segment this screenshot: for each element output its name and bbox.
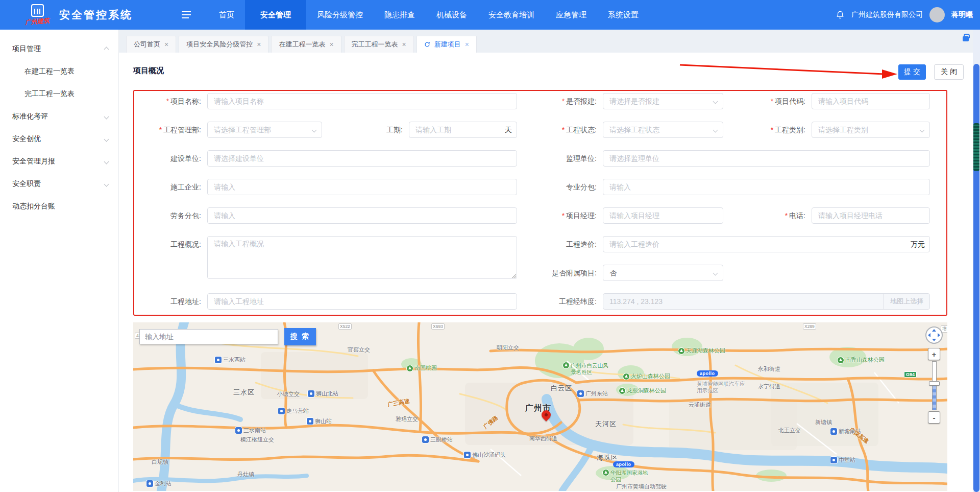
- chevron-up-icon: [104, 46, 109, 52]
- tab-close-icon[interactable]: ×: [164, 41, 168, 48]
- zoom-in-button[interactable]: +: [928, 348, 940, 360]
- form-row: 工程概况: 工程造价: 万元 是否附属项目: 否: [134, 236, 946, 281]
- professional-subcontract-label: 专业分包:: [517, 179, 597, 195]
- map-label-南国桃园: 南国桃园: [407, 364, 437, 372]
- map-label-text: 永和街道: [758, 365, 780, 373]
- lock-icon[interactable]: [963, 36, 969, 41]
- username[interactable]: 蒋明曦: [951, 10, 973, 19]
- map-label-白坭镇: 白坭镇: [152, 458, 168, 466]
- notification-bell-icon[interactable]: [836, 10, 845, 19]
- map-search-input[interactable]: [139, 329, 278, 344]
- sidebar-item-安全管理月报[interactable]: 安全管理月报: [0, 150, 118, 173]
- coordinates-input[interactable]: [603, 294, 884, 309]
- sidebar-item-标准化考评[interactable]: 标准化考评: [0, 105, 118, 128]
- metro-station-icon: [830, 428, 837, 435]
- nav-item-应急管理[interactable]: 应急管理: [545, 0, 597, 30]
- zoom-slider-track[interactable]: [932, 361, 937, 410]
- tab-公司首页[interactable]: 公司首页×: [126, 36, 176, 53]
- nav-item-安全管理[interactable]: 安全管理: [245, 0, 306, 30]
- avatar[interactable]: [929, 7, 945, 22]
- tab-新建项目[interactable]: 新建项目×: [416, 36, 477, 53]
- nav-item-风险分级管控[interactable]: 风险分级管控: [306, 0, 374, 30]
- nav-item-安全教育培训[interactable]: 安全教育培训: [478, 0, 545, 30]
- map-label-火炉山森林公园: 火炉山森林公园: [623, 372, 670, 380]
- tab-完工工程一览表[interactable]: 完工工程一览表×: [344, 36, 414, 53]
- map-label-text: 永宁街道: [758, 383, 780, 390]
- map-pan-control[interactable]: [925, 326, 943, 344]
- top-navbar: 广州建筑 安全管控系统 首页安全管理风险分级管控隐患排查机械设备安全教育培训应急…: [0, 0, 980, 30]
- chevron-down-icon: [104, 159, 109, 164]
- project-address-input[interactable]: [207, 293, 517, 310]
- close-button[interactable]: 关 闭: [934, 64, 964, 80]
- map-label-金利站: 金利站: [146, 480, 172, 487]
- map-label-广州市白云山风景名胜区: 广州市白云山风景名胜区: [563, 362, 612, 376]
- sidebar-collapse-button[interactable]: [182, 0, 191, 30]
- submit-button[interactable]: 提 交: [898, 64, 926, 80]
- is-attached-select[interactable]: 否: [603, 265, 723, 281]
- form-row: 施工企业: 专业分包:: [134, 179, 946, 195]
- pick-on-map-button[interactable]: 地图上选择: [884, 294, 929, 309]
- construction-unit-input[interactable]: [207, 150, 517, 167]
- map-label-白云区: 白云区: [551, 384, 572, 393]
- tab-list: 公司首页×项目安全风险分级管控×在建工程一览表×完工工程一览表×新建项目×: [126, 36, 479, 53]
- tab-close-icon[interactable]: ×: [329, 41, 333, 48]
- management-dept-select[interactable]: 请选择工程管理部: [207, 122, 322, 138]
- park-icon: [678, 348, 684, 354]
- nav-item-首页[interactable]: 首页: [208, 0, 245, 30]
- map-label-永和街道: 永和街道: [758, 365, 780, 373]
- management-dept-label: 工程管理部:: [134, 122, 201, 138]
- map-label-text: 三水南站: [243, 427, 266, 434]
- hamburger-icon: [182, 14, 191, 15]
- construction-company-input[interactable]: [207, 179, 517, 195]
- tab-close-icon[interactable]: ×: [257, 41, 261, 48]
- form-row: 劳务分包: 项目经理: 电话:: [134, 207, 946, 224]
- sidebar-item-安全职责[interactable]: 安全职责: [0, 173, 118, 195]
- park-icon: [603, 470, 609, 476]
- map-label-南华西街道: 南华西街道: [529, 435, 557, 442]
- sidebar-item-在建工程一览表[interactable]: 在建工程一览表: [0, 60, 118, 83]
- project-name-input[interactable]: [207, 93, 517, 109]
- project-overview-textarea[interactable]: [207, 236, 517, 279]
- project-manager-input[interactable]: [603, 207, 723, 224]
- tab-在建工程一览表[interactable]: 在建工程一览表×: [271, 36, 341, 53]
- nav-item-系统设置[interactable]: 系统设置: [597, 0, 649, 30]
- zoom-slider-thumb[interactable]: [929, 381, 940, 386]
- duration-input[interactable]: [409, 122, 517, 138]
- labor-subcontract-input[interactable]: [207, 207, 517, 224]
- metro-station-icon: [464, 452, 471, 458]
- project-status-select[interactable]: 请选择工程状态: [603, 122, 723, 138]
- map-label-南香山森林公园: 南香山森林公园: [838, 356, 885, 364]
- map-canvas[interactable]: 广州市白云区天河区海珠区三水区三水西站狮山北站走马营站狮山站三水南站金利站三眼桥…: [133, 322, 947, 491]
- map-label-text: 新塘镇: [815, 418, 832, 426]
- is-reported-select[interactable]: 请选择是否报建: [603, 93, 723, 109]
- sidebar-item-label: 安全职责: [12, 179, 41, 189]
- zoom-out-button[interactable]: -: [928, 411, 940, 424]
- project-cost-input[interactable]: [603, 236, 930, 252]
- nav-item-隐患排查[interactable]: 隐患排查: [374, 0, 426, 30]
- tab-label: 项目安全风险分级管控: [186, 40, 253, 49]
- professional-subcontract-input[interactable]: [603, 179, 930, 195]
- sidebar-item-label: 项目管理: [12, 44, 41, 54]
- tab-close-icon[interactable]: ×: [465, 41, 469, 48]
- chevron-down-icon: [920, 128, 925, 133]
- sidebar-item-动态扣分台账[interactable]: 动态扣分台账: [0, 195, 118, 218]
- phone-input[interactable]: [812, 207, 930, 224]
- refresh-icon: [424, 41, 430, 48]
- map-label-apollo: apollo: [697, 370, 718, 377]
- map-label-华阳湖国家湿地公园: 华阳湖国家湿地公园: [603, 470, 652, 483]
- project-code-input[interactable]: [812, 93, 930, 109]
- project-cost-label: 工程造价:: [517, 236, 597, 252]
- tab-label: 公司首页: [134, 40, 160, 49]
- tab-close-icon[interactable]: ×: [402, 41, 406, 48]
- supervision-unit-input[interactable]: [603, 150, 930, 167]
- nav-item-机械设备[interactable]: 机械设备: [426, 0, 478, 30]
- sidebar-item-完工工程一览表[interactable]: 完工工程一览表: [0, 83, 118, 105]
- map-label-apollo: apollo: [613, 461, 634, 467]
- sidebar-item-安全创优[interactable]: 安全创优: [0, 128, 118, 150]
- map-label-text: 三水西站: [223, 356, 246, 364]
- sidebar-item-项目管理[interactable]: 项目管理: [0, 38, 118, 60]
- project-category-select[interactable]: 请选择工程类别: [812, 122, 930, 138]
- tab-项目安全风险分级管控[interactable]: 项目安全风险分级管控×: [179, 36, 268, 53]
- map-search-button[interactable]: 搜 索: [284, 328, 316, 345]
- company-selector[interactable]: 广州建筑股份有限公司: [851, 10, 923, 19]
